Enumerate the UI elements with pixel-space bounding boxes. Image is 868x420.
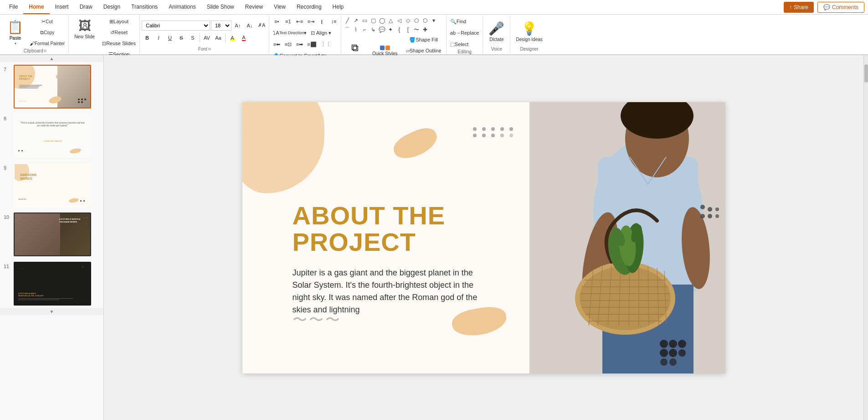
format-painter-button[interactable]: 🖌 Format Painter — [28, 38, 67, 48]
copy-button[interactable]: ⧉ Copy — [28, 27, 67, 37]
slide-photo-svg — [529, 102, 725, 373]
tab-design[interactable]: Design — [98, 0, 126, 14]
clipboard-expand-icon[interactable]: ⧉ — [44, 49, 46, 53]
font-group-label[interactable]: Font ⧉ — [198, 47, 211, 52]
ribbon-group-editing: 🔍 Find ab→ Replace ⬚ Select Editing — [447, 16, 483, 53]
shape-arrow[interactable]: ↗ — [352, 16, 360, 25]
font-size-select[interactable]: 18 — [211, 21, 231, 31]
shape-curve[interactable]: ⌒ — [343, 26, 351, 34]
tab-view[interactable]: View — [268, 0, 291, 14]
align-text-button[interactable]: ⊡ Align ▾ — [309, 28, 333, 38]
slide-thumb-7[interactable]: 7 ABOUT THEPROJECT — [0, 62, 103, 111]
clear-formatting-button[interactable]: ✗A — [256, 21, 267, 31]
decrease-font-size-button[interactable]: A↓ — [244, 21, 255, 31]
scroll-up-button[interactable]: ▲ — [50, 56, 54, 61]
design-ideas-button[interactable]: 💡 Design Ideas — [512, 19, 546, 44]
clipboard-group-label[interactable]: Clipboard ⧉ — [24, 48, 47, 54]
comments-button[interactable]: 💬 Comments — [817, 2, 864, 13]
tab-home[interactable]: Home — [23, 0, 49, 14]
shape-rounded-rect[interactable]: ▢ — [369, 16, 377, 25]
find-button[interactable]: 🔍 Find — [448, 16, 468, 26]
replace-button[interactable]: ab→ Replace — [448, 28, 481, 38]
new-slide-button[interactable]: 🖼 New Slide — [71, 16, 98, 41]
slide-canvas[interactable]: ABOUT THE PROJECT Jupiter is a gas giant… — [242, 102, 725, 373]
font-expand-icon[interactable]: ⧉ — [208, 47, 211, 52]
increase-font-size-button[interactable]: A↑ — [232, 21, 243, 31]
shape-outline-button[interactable]: ▱ Shape Outline — [403, 46, 444, 56]
tab-help[interactable]: Help — [327, 0, 349, 14]
bullets-button[interactable]: ≡• — [271, 16, 282, 26]
shape-rect[interactable]: ▭ — [360, 16, 369, 25]
shape-line[interactable]: ╱ — [343, 16, 351, 25]
comments-icon: 💬 — [823, 4, 830, 10]
tab-animations[interactable]: Animations — [163, 0, 201, 14]
shape-bent[interactable]: ↳ — [369, 26, 377, 34]
reuse-slides-button[interactable]: ⊡ Reuse Slides — [100, 38, 138, 48]
tab-draw[interactable]: Draw — [74, 0, 98, 14]
svg-point-45 — [669, 358, 677, 366]
highlight-color-button[interactable]: A — [227, 33, 238, 43]
slide-text-area[interactable]: ABOUT THE PROJECT Jupiter is a gas giant… — [293, 202, 488, 316]
tab-transitions[interactable]: Transitions — [126, 0, 163, 14]
shadow-button[interactable]: S — [187, 33, 198, 43]
font-color-button[interactable]: A — [238, 33, 249, 43]
tab-recording[interactable]: Recording — [291, 0, 327, 14]
shape-wave[interactable]: 〜 — [412, 26, 421, 34]
slide-thumb-10[interactable]: 10 A PICTURE IS WORTH A THOUSAND WORDS — [0, 210, 103, 259]
share-button[interactable]: ↑ Share — [784, 2, 814, 13]
designer-group-label[interactable]: Designer — [520, 47, 539, 52]
shape-freeform[interactable]: ⌇ — [352, 26, 360, 34]
shape-oval[interactable]: ◯ — [378, 16, 386, 25]
tab-file[interactable]: File — [4, 0, 23, 14]
shape-hexagon[interactable]: ⬡ — [421, 16, 429, 25]
slide-thumb-8[interactable]: 8 "This is a quote, words full of wisdom… — [0, 111, 103, 161]
align-right-button[interactable]: ≡➡ — [294, 39, 305, 49]
shape-star[interactable]: ✦ — [386, 26, 395, 34]
bold-button[interactable]: B — [142, 33, 153, 43]
layout-button[interactable]: ⊞ Layout — [100, 16, 138, 26]
editing-group-label[interactable]: Editing — [457, 49, 472, 55]
shape-connector[interactable]: ⌐ — [360, 26, 369, 34]
paste-button[interactable]: 📋 Paste ▾ — [4, 16, 27, 48]
columns-button[interactable]: ⫿ — [317, 16, 328, 26]
text-direction-button[interactable]: ⤵A Text Direction▾ — [271, 28, 308, 38]
canvas-scrollbar[interactable] — [863, 55, 868, 420]
shape-bracket[interactable]: [ — [404, 26, 412, 34]
line-spacing-button[interactable]: ↕≡ — [328, 16, 339, 26]
shape-callout[interactable]: 💬 — [378, 26, 386, 34]
slide-thumb-9[interactable]: 9 AWESOMEWORDS 〜〜〜 — [0, 161, 103, 210]
shape-brace[interactable]: { — [395, 26, 403, 34]
strikethrough-button[interactable]: S — [176, 33, 187, 43]
scrollbar-thumb[interactable] — [864, 64, 868, 83]
select-button[interactable]: ⬚ Select — [448, 39, 471, 49]
shape-rtriangle[interactable]: ◁ — [395, 16, 403, 25]
indent-more-button[interactable]: ≡⇥ — [305, 16, 316, 26]
shape-diamond[interactable]: ◇ — [404, 16, 412, 25]
char-spacing-button[interactable]: AV — [201, 33, 212, 43]
distributed-button[interactable]: ⋮⋮ — [319, 39, 333, 49]
numbered-button[interactable]: ≡1 — [282, 16, 293, 26]
tab-slideshow[interactable]: Slide Show — [201, 0, 240, 14]
shapes-more-button[interactable]: ▾ — [430, 16, 438, 25]
tab-insert[interactable]: Insert — [50, 0, 74, 14]
align-center-button[interactable]: ≡⊡ — [282, 39, 293, 49]
reset-button[interactable]: ↺ Reset — [100, 27, 138, 37]
shape-cross[interactable]: ✚ — [421, 26, 429, 34]
font-family-select[interactable]: Calibri — [142, 21, 210, 31]
underline-button[interactable]: U — [164, 33, 175, 43]
align-left-button[interactable]: ≡⬅ — [271, 39, 282, 49]
shape-fill-button[interactable]: 🪣 Shape Fill — [403, 35, 444, 45]
voice-group-label[interactable]: Voice — [491, 47, 502, 52]
shape-triangle[interactable]: △ — [386, 16, 395, 25]
slide-thumb-11[interactable]: 11 〜〜 A PICTURE ALWAYSREINFORCES THE CON… — [0, 259, 103, 308]
shape-pentagon[interactable]: ⬠ — [412, 16, 421, 25]
justify-button[interactable]: ≡⬛ — [305, 39, 318, 49]
font-case-button[interactable]: Aa — [213, 33, 224, 43]
tab-review[interactable]: Review — [240, 0, 268, 14]
scroll-down-button[interactable]: ▼ — [50, 309, 54, 314]
cut-button[interactable]: ✂ Cut — [28, 16, 67, 26]
italic-button[interactable]: I — [153, 33, 164, 43]
paste-dropdown-arrow[interactable]: ▾ — [15, 41, 16, 46]
indent-less-button[interactable]: ⇤≡ — [294, 16, 305, 26]
dictate-button[interactable]: 🎤 Dictate — [485, 19, 508, 44]
